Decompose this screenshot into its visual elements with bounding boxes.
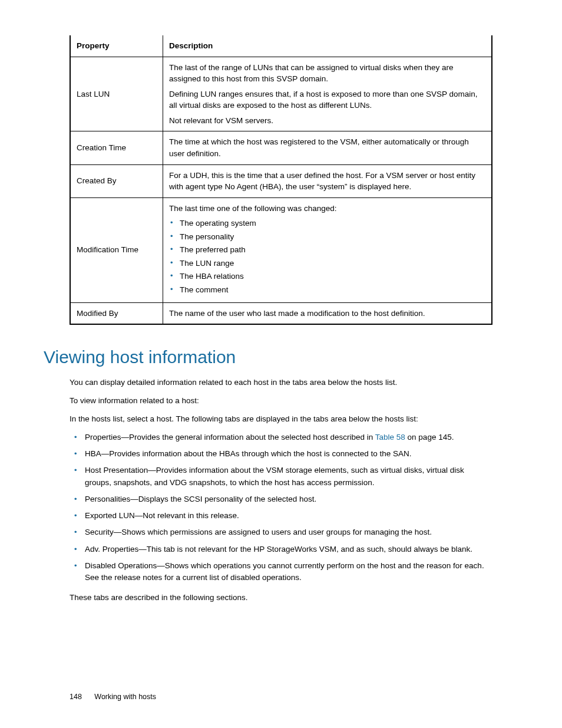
body-paragraph: These tabs are described in the followin…: [70, 592, 492, 604]
prop-name: Modified By: [70, 302, 163, 324]
desc-lead: The last time one of the following was c…: [169, 203, 485, 215]
tabs-list: Properties—Provides the general informat…: [70, 431, 492, 584]
table-link[interactable]: Table 58: [375, 433, 405, 442]
desc-paragraph: The last of the range of LUNs that can b…: [169, 62, 485, 85]
table-row: Last LUN The last of the range of LUNs t…: [70, 57, 492, 131]
desc-paragraph: Not relevant for VSM servers.: [169, 115, 485, 127]
body-paragraph: In the hosts list, select a host. The fo…: [70, 413, 492, 426]
properties-table: Property Description Last LUN The last o…: [70, 35, 492, 325]
footer-title: Working with hosts: [94, 693, 156, 701]
prop-desc: The last time one of the following was c…: [163, 197, 492, 302]
page-footer: 148 Working with hosts: [70, 693, 156, 701]
desc-paragraph: The time at which the host was registere…: [169, 136, 485, 159]
prop-desc: For a UDH, this is the time that a user …: [163, 164, 492, 197]
prop-desc: The name of the user who last made a mod…: [163, 302, 492, 324]
list-text-pre: Properties—Provides the general informat…: [85, 433, 375, 442]
section-heading: Viewing host information: [44, 347, 492, 367]
list-item: The HBA relations: [169, 271, 485, 282]
list-item: Properties—Provides the general informat…: [70, 431, 492, 443]
header-property: Property: [70, 35, 163, 57]
document-page: Property Description Last LUN The last o…: [0, 0, 562, 728]
body-paragraph: You can display detailed information rel…: [70, 377, 492, 389]
table-row: Creation Time The time at which the host…: [70, 131, 492, 164]
desc-paragraph: The name of the user who last made a mod…: [169, 308, 485, 319]
list-item: The personality: [169, 231, 485, 243]
body-paragraph: To view information related to a host:: [70, 395, 492, 407]
header-description: Description: [163, 35, 492, 57]
desc-paragraph: Defining LUN ranges ensures that, if a h…: [169, 88, 485, 111]
list-item: Security—Shows which permissions are ass…: [70, 526, 492, 538]
list-item: Exported LUN—Not relevant in this releas…: [70, 510, 492, 522]
list-item: The operating system: [169, 218, 485, 229]
list-item: Host Presentation—Provides information a…: [70, 465, 492, 489]
list-item: The preferred path: [169, 244, 485, 256]
table-row: Created By For a UDH, this is the time t…: [70, 164, 492, 197]
list-item: HBA—Provides information about the HBAs …: [70, 448, 492, 460]
page-number: 148: [70, 693, 82, 701]
prop-desc: The time at which the host was registere…: [163, 131, 492, 164]
table-row: Modification Time The last time one of t…: [70, 197, 492, 302]
list-item: Personalities—Displays the SCSI personal…: [70, 493, 492, 505]
list-item: The LUN range: [169, 258, 485, 269]
list-item: Adv. Properties—This tab is not relevant…: [70, 543, 492, 555]
prop-name: Modification Time: [70, 197, 163, 302]
prop-name: Creation Time: [70, 131, 163, 164]
table-header-row: Property Description: [70, 35, 492, 57]
prop-name: Created By: [70, 164, 163, 197]
table-row: Modified By The name of the user who las…: [70, 302, 492, 324]
prop-name: Last LUN: [70, 57, 163, 131]
desc-paragraph: For a UDH, this is the time that a user …: [169, 170, 485, 193]
prop-desc: The last of the range of LUNs that can b…: [163, 57, 492, 131]
list-text-post: on page 145.: [405, 433, 454, 442]
list-item: The comment: [169, 284, 485, 296]
list-item: Disabled Operations—Shows which operatio…: [70, 560, 492, 584]
desc-list: The operating system The personality The…: [169, 218, 485, 295]
